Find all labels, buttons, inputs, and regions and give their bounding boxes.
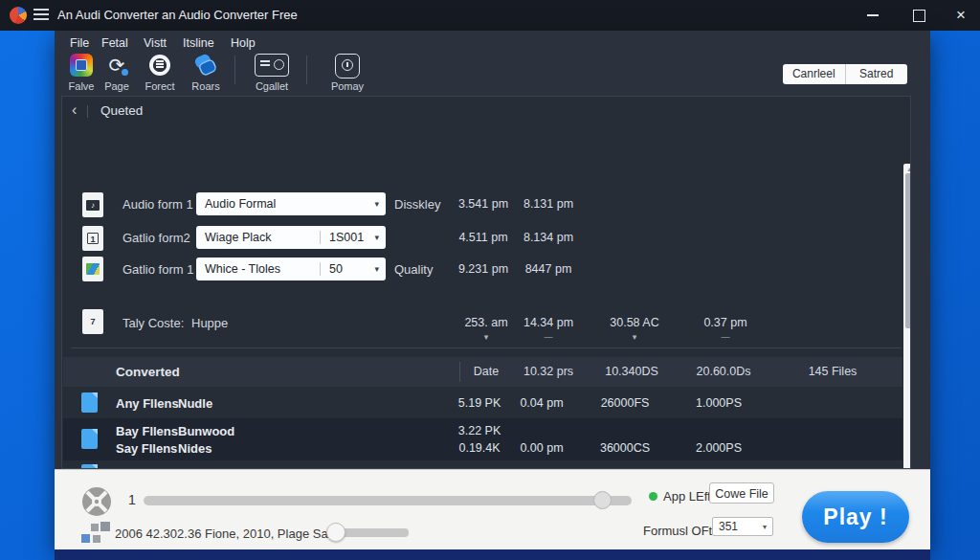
titlebar: An Audi Converter an Audio Converter Fre… — [0, 0, 980, 31]
progress-handle[interactable] — [593, 491, 612, 509]
column-header-date[interactable]: Date — [459, 365, 513, 378]
file-ps: 2.000PS — [682, 441, 755, 455]
file-name: Bunwood — [178, 424, 234, 438]
format-dropdown[interactable]: Wiage Plack 1S001 ▾ — [196, 226, 386, 249]
file-rate: 36000CS — [587, 441, 663, 455]
summary-file-icon: 7 — [82, 309, 103, 334]
menu-itsline[interactable]: Itsline — [183, 34, 214, 52]
column-header-ds[interactable]: 10.340DS — [593, 365, 670, 378]
file-size: 0.19.4K — [445, 441, 514, 455]
progress-bar[interactable] — [144, 496, 632, 505]
card-icon — [255, 54, 289, 77]
format-value: 351 — [719, 520, 738, 533]
toolbar-pomay-button[interactable]: Pomay — [324, 54, 370, 82]
file-number: 1 — [87, 233, 99, 244]
summary-value: 253. am — [453, 316, 520, 329]
toolbar-page-button[interactable]: ⟳ Page — [94, 54, 140, 77]
file-name: Bay Fllens — [116, 424, 178, 438]
menu-vistt[interactable]: Vistt — [144, 34, 167, 52]
record-circle-icon — [149, 55, 170, 76]
column-header-prs[interactable]: 10.32 prs — [515, 365, 582, 378]
file-name: Nudle — [178, 396, 212, 411]
column-header-ods[interactable]: 20.60.0Ds — [685, 365, 762, 378]
format-select[interactable]: 351 ▾ — [712, 517, 773, 536]
refresh-icon: ⟳ — [105, 54, 128, 77]
blue-file-icon — [81, 392, 98, 413]
dropdown-value: Audio Formal — [196, 197, 374, 211]
volume-handle[interactable] — [326, 523, 345, 542]
file-time: 0.04 pm — [508, 396, 575, 410]
status-label: App LEfft — [663, 489, 714, 504]
dropdown-value: Whice - Tloles — [196, 262, 320, 276]
minimize-button[interactable] — [854, 0, 892, 31]
queue-row-label: Audio form 1 — [122, 197, 193, 212]
chevron-down-icon[interactable]: ▾ — [453, 332, 520, 342]
toolbar-label: Roars — [191, 80, 219, 92]
hamburger-menu-icon[interactable] — [33, 9, 49, 22]
thumbnail — [86, 263, 100, 275]
column-header-files[interactable]: 145 Files — [794, 365, 871, 378]
maximize-button[interactable] — [900, 0, 938, 31]
track-info-text: 2006 42.302.36 Fione, 2010, Plage Sad — [115, 526, 335, 541]
back-chevron-icon[interactable]: ‹ — [72, 102, 77, 118]
file-row-selected[interactable]: Bay Fllens Bunwood Say Fllens Nides 3.22… — [63, 418, 902, 460]
dropdown-value: Wiage Plack — [196, 231, 320, 244]
format-dropdown[interactable]: Audio Formal ▾ — [196, 192, 386, 215]
chevron-down-icon: ▾ — [374, 264, 379, 274]
file-name: Nides — [178, 441, 212, 456]
menu-file[interactable]: File — [70, 34, 89, 52]
chevron-down-icon[interactable]: ▾ — [601, 332, 668, 342]
converted-section-title: Converted — [116, 365, 180, 379]
file-row[interactable]: Any Fllens Nudle 5.19 PK 0.04 pm 26000FS… — [63, 388, 902, 418]
file-name: Say Fllens — [116, 441, 177, 456]
summary-value: 14.34 pm — [515, 316, 582, 329]
row-tag-label: Quality — [394, 262, 433, 277]
file-row[interactable]: Bay Fllens Ludic 4.29 PK 0.00 pm 26.000C… — [63, 460, 902, 469]
summary-value: 0.37 pm — [692, 316, 759, 329]
summary-name: Huppe — [191, 316, 228, 330]
row-time: 8.131 pm — [521, 197, 576, 211]
dropdown-value2: 1S001 — [320, 231, 374, 244]
image-file-icon — [82, 257, 103, 281]
file-size: 5.19 PK — [445, 396, 514, 410]
dash-mark: — — [692, 332, 759, 342]
toolbar-cgallet-button[interactable]: Cgallet — [249, 54, 295, 80]
dropdown-value2: 50 — [320, 262, 374, 276]
playback-footer: 1 2006 42.302.36 Fione, 2010, Plage Sad … — [55, 469, 930, 549]
toolbar-label: Falve — [69, 80, 95, 92]
summary-value: 30.58 AC — [601, 316, 668, 329]
menu-fetal[interactable]: Fetal — [101, 34, 128, 52]
row-time: 8447 pm — [521, 262, 576, 276]
disc-icon — [80, 485, 113, 518]
dash-mark: — — [515, 332, 582, 342]
cowe-file-button[interactable]: Cowe File — [709, 482, 774, 504]
scrollbar-thumb[interactable] — [905, 173, 912, 328]
toolbar-label: Cgallet — [256, 80, 288, 92]
queue-row-label: Gatlio form 1 — [122, 262, 193, 277]
play-button[interactable]: Play ! — [802, 491, 909, 543]
file-number: 7 — [90, 317, 95, 326]
toolbar-roars-button[interactable]: Roars — [183, 54, 229, 80]
file-name: Any Fllens — [116, 396, 179, 411]
main-panel: ‹ Queted ♪ Audio form 1 Audio Formal ▾ D… — [61, 96, 911, 469]
blue-file-icon — [81, 429, 98, 449]
clock-badge-icon — [335, 54, 360, 78]
desktop: An Audi Converter an Audio Converter Fre… — [0, 0, 980, 560]
menu-holp[interactable]: Holp — [231, 34, 256, 52]
toolbar-separator — [234, 56, 235, 84]
start-button[interactable]: Satred — [845, 64, 908, 84]
scroll-up-icon[interactable]: ▲ — [903, 166, 911, 172]
close-button[interactable]: × — [942, 0, 980, 31]
toolbar-forect-button[interactable]: Forect — [137, 54, 183, 79]
status-dot-icon — [649, 492, 657, 501]
vertical-scrollbar[interactable]: ▲ ▼ — [903, 164, 911, 469]
cancel-button[interactable]: Canrleel — [783, 64, 845, 84]
file-rate: 26000FS — [587, 396, 663, 410]
toolbar-separator — [306, 56, 307, 84]
format-dropdown[interactable]: Whice - Tloles 50 ▾ — [196, 258, 386, 280]
pixels-icon — [80, 522, 105, 545]
toolbar-label: Forect — [145, 80, 174, 92]
format-label: Formusl OFt — [643, 524, 712, 538]
row-time: 8.134 pm — [521, 231, 576, 244]
chevron-down-icon: ▾ — [374, 199, 379, 209]
